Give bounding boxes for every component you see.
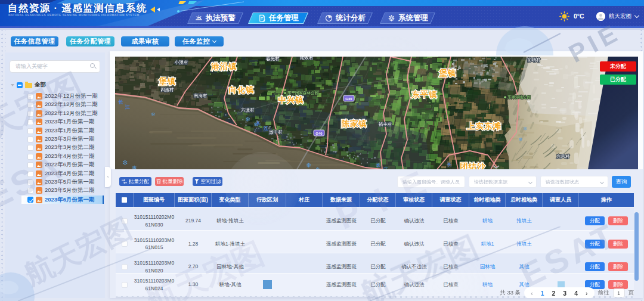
svg-text:向化镇: 向化镇 <box>228 85 255 94</box>
svg-text:陈家镇: 陈家镇 <box>341 119 367 128</box>
svg-text:前哨村: 前哨村 <box>527 57 541 63</box>
svg-text:小漫村: 小漫村 <box>174 60 188 65</box>
svg-text:G40: G40 <box>345 97 352 101</box>
svg-text:裕丰村: 裕丰村 <box>379 122 392 127</box>
svg-text:❄: ❄ <box>306 162 311 169</box>
svg-text:上实东滩: 上实东滩 <box>466 122 501 131</box>
svg-text:❄: ❄ <box>122 159 128 167</box>
svg-text:堡镇: 堡镇 <box>439 69 457 77</box>
svg-text:❄: ❄ <box>151 111 156 117</box>
svg-text:长: 长 <box>118 100 123 105</box>
svg-text:四滧村: 四滧村 <box>160 87 174 92</box>
svg-text:江: 江 <box>263 126 268 131</box>
svg-text:♣ 东滩湿地公园: ♣ 东滩湿地公园 <box>504 95 531 100</box>
svg-text:长: 长 <box>376 163 381 168</box>
svg-text:滧中村: 滧中村 <box>269 129 283 135</box>
svg-text:春光村: 春光村 <box>266 57 280 61</box>
svg-text:G40: G40 <box>315 132 323 135</box>
svg-text:东平镇: 东平镇 <box>411 90 438 99</box>
svg-text:❄: ❄ <box>132 165 137 169</box>
svg-text:中兴镇: 中兴镇 <box>278 95 304 104</box>
svg-text:长: 长 <box>447 162 452 167</box>
svg-text:港沿镇: 港沿镇 <box>210 62 237 71</box>
svg-text:❄: ❄ <box>518 136 523 142</box>
svg-text:团结沙: 团结沙 <box>460 162 486 169</box>
svg-text:堡镇: 堡镇 <box>159 77 177 86</box>
svg-text:♣ 东平国家森林公园: ♣ 东平国家森林公园 <box>284 91 318 95</box>
svg-text:❄: ❄ <box>245 116 250 123</box>
svg-text:江: 江 <box>125 104 130 110</box>
svg-text:南海村: 南海村 <box>193 93 208 98</box>
svg-text:东风村: 东风村 <box>556 154 570 159</box>
svg-text:陆效村: 陆效村 <box>300 57 314 60</box>
svg-text:六滧村: 六滧村 <box>241 107 255 113</box>
svg-text:长: 长 <box>256 121 261 126</box>
svg-text:❄: ❄ <box>523 126 528 132</box>
